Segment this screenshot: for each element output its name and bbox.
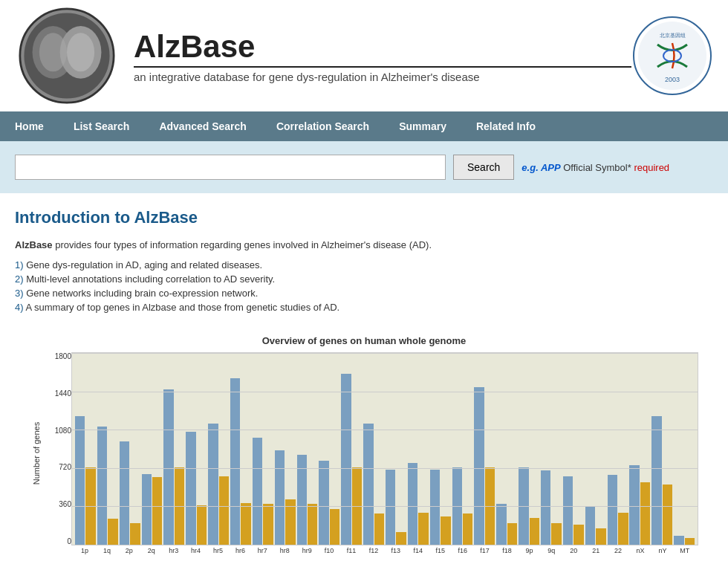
bar-group <box>319 461 339 545</box>
bar-group <box>341 374 362 545</box>
search-hint: e.g. APP Official Symbol* required <box>521 162 669 173</box>
hint-example: e.g. APP <box>521 162 560 173</box>
search-input[interactable] <box>15 155 446 180</box>
bar-group <box>208 424 229 545</box>
x-axis-label: hr7 <box>252 547 273 554</box>
bar-gold <box>441 516 450 545</box>
y-tick-1800: 1800 <box>43 352 71 360</box>
intro-point: 1) Gene dys-regulation in AD, aging and … <box>15 259 713 270</box>
bar-group <box>386 470 406 545</box>
bars-area <box>71 352 698 545</box>
search-form: Search e.g. APP Official Symbol* require… <box>15 155 713 180</box>
bar-gold <box>640 482 650 545</box>
x-axis-label: f11 <box>341 547 362 554</box>
bar-gold <box>507 523 517 545</box>
svg-point-5 <box>67 33 94 71</box>
bar-blue <box>674 536 683 545</box>
bar-blue <box>541 470 550 545</box>
bar-blue <box>163 389 173 545</box>
bar-group <box>430 470 451 545</box>
y-tick-720: 720 <box>43 463 71 471</box>
bar-group <box>230 378 251 545</box>
bar-group <box>585 506 606 545</box>
bar-blue <box>208 424 218 545</box>
x-axis-label: hr9 <box>296 547 317 554</box>
intro-point: 3) Gene networks including brain co-expr… <box>15 288 713 299</box>
nav-home[interactable]: Home <box>0 111 59 141</box>
x-axis-label: hr5 <box>208 547 229 554</box>
bar-blue <box>585 506 595 545</box>
bar-blue <box>75 416 85 545</box>
bar-gold <box>263 504 273 545</box>
bar-blue <box>563 476 573 545</box>
bar-gold <box>418 513 428 545</box>
bar-gold <box>685 538 695 545</box>
header: AlzBase an integrative database for gene… <box>0 0 728 111</box>
bar-group <box>541 470 562 545</box>
x-axis-label: f14 <box>408 547 429 554</box>
x-axis-label: 2p <box>119 547 140 554</box>
svg-text:北京基因组: 北京基因组 <box>660 33 686 38</box>
intro-text-mid: provides four types of information regar… <box>53 239 432 250</box>
bar-group <box>608 475 628 545</box>
nav-list-search[interactable]: List Search <box>59 111 144 141</box>
bar-blue <box>253 438 262 545</box>
y-tick-1440: 1440 <box>43 389 71 398</box>
bar-gold <box>374 513 384 545</box>
x-axis-label: 22 <box>608 547 628 554</box>
bar-blue <box>386 470 395 545</box>
bar-blue <box>496 504 506 545</box>
chart-container: Number of genes 0 360 720 1080 1440 1800 <box>30 352 698 554</box>
nav-related-info[interactable]: Related Info <box>461 111 550 141</box>
bar-gold <box>197 505 207 545</box>
chart-title: Overview of genes on human whole genome <box>15 335 713 346</box>
search-button[interactable]: Search <box>453 155 514 180</box>
nav-advanced-search[interactable]: Advanced Search <box>144 111 261 141</box>
bar-blue <box>430 470 440 545</box>
bar-blue <box>651 416 661 545</box>
bar-blue <box>474 387 484 545</box>
bar-gold <box>219 476 229 545</box>
bar-gold <box>596 528 605 545</box>
x-axis-label: f13 <box>386 547 406 554</box>
x-axis-label: hr6 <box>230 547 250 554</box>
bar-group <box>474 387 495 545</box>
nav-summary[interactable]: Summary <box>384 111 461 141</box>
x-axis-label: 1q <box>97 547 117 554</box>
x-axis-label: 2q <box>141 547 162 554</box>
hint-field: Official Symbol* <box>563 162 631 173</box>
x-axis-label: 9p <box>519 547 539 554</box>
x-axis-label: f18 <box>497 547 518 554</box>
alzbase-brand: AlzBase <box>15 239 53 250</box>
intro-points: 1) Gene dys-regulation in AD, aging and … <box>15 259 713 313</box>
bar-blue <box>142 474 152 545</box>
bar-group <box>674 536 695 545</box>
intro-text: AlzBase provides four types of informati… <box>15 239 713 250</box>
bar-gold <box>241 503 250 545</box>
bar-group <box>97 427 118 545</box>
bar-group <box>275 450 296 545</box>
bar-blue <box>120 441 129 545</box>
x-axis-label: 1p <box>74 547 95 554</box>
bar-gold <box>530 518 539 545</box>
bar-blue <box>341 374 351 545</box>
bar-blue <box>608 475 617 545</box>
bar-gold <box>573 525 583 545</box>
bar-group <box>363 424 384 545</box>
search-section: Search e.g. APP Official Symbol* require… <box>0 141 728 193</box>
svg-text:2003: 2003 <box>665 76 680 83</box>
bar-group <box>253 438 273 545</box>
bar-gold <box>618 513 628 545</box>
nav-correlation-search[interactable]: Correlation Search <box>261 111 384 141</box>
bar-gold <box>663 485 672 545</box>
bar-gold <box>152 477 162 545</box>
bar-gold <box>308 504 317 545</box>
bar-group <box>563 476 584 545</box>
bar-blue <box>97 427 107 545</box>
bar-gold <box>463 513 472 545</box>
y-axis-label: Number of genes <box>32 422 41 485</box>
x-axis-label: f12 <box>363 547 384 554</box>
site-subtitle: an integrative database for gene dys-reg… <box>134 66 631 83</box>
bar-blue <box>629 465 639 545</box>
main-nav: Home List Search Advanced Search Correla… <box>0 111 728 141</box>
